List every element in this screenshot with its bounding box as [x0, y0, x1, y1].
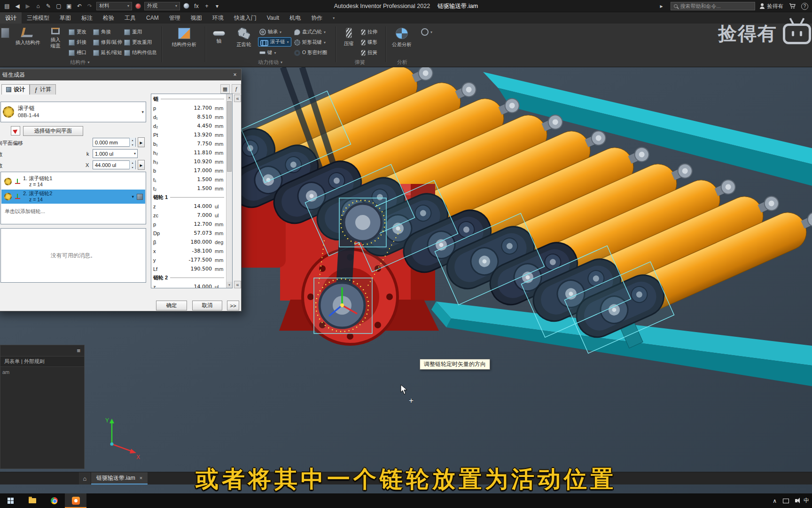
- home-icon[interactable]: ⌂: [33, 1, 43, 11]
- ime-indicator[interactable]: 中: [804, 497, 809, 505]
- collapse-panel-icon[interactable]: «: [234, 95, 241, 102]
- frame-reuse-button[interactable]: 重用: [124, 27, 142, 37]
- ribbon-clipped-button[interactable]: [0, 26, 10, 57]
- more-button[interactable]: >>: [227, 301, 239, 310]
- taskbar-file-explorer[interactable]: [22, 493, 43, 508]
- insert-endcap-button[interactable]: 插入 端盖: [44, 26, 67, 57]
- appearance-sphere-icon[interactable]: [183, 3, 189, 9]
- dialog-close-icon[interactable]: ×: [230, 71, 240, 79]
- document-tab[interactable]: 链驱输送带.iam ×: [91, 472, 148, 484]
- frame-lengthen-button[interactable]: 延长/缩短: [93, 48, 122, 57]
- sketch-icon[interactable]: ✎: [44, 1, 53, 11]
- forward-icon[interactable]: ▶: [23, 1, 32, 11]
- group-label-spring[interactable]: 弹簧: [336, 59, 384, 65]
- ribbon-tab-collaborate[interactable]: 协作: [306, 12, 328, 24]
- group-label-power[interactable]: 动力传动▾: [205, 59, 336, 65]
- ribbon-tab-sketch[interactable]: 草图: [55, 12, 76, 24]
- insert-frame-button[interactable]: 插入结构件: [13, 26, 42, 57]
- store-icon[interactable]: [788, 1, 797, 11]
- offset-flyout-button[interactable]: ▸: [138, 137, 145, 147]
- spline-button[interactable]: 矩形花键▾: [294, 38, 326, 47]
- select-plane-icon[interactable]: [11, 126, 20, 135]
- row-chevron-down-icon[interactable]: ▾: [132, 194, 134, 199]
- ribbon-tab-environments[interactable]: 环境: [207, 12, 229, 24]
- sprocket-upper[interactable]: [339, 198, 386, 247]
- frame-info-button[interactable]: 结构件信息: [124, 48, 157, 57]
- frame-analysis-button[interactable]: 结构件分析: [165, 26, 203, 57]
- k-select[interactable]: 1.000 ul ▾: [93, 149, 138, 158]
- material-select[interactable]: 材料 ▾: [96, 2, 132, 10]
- row-placement-icon[interactable]: [137, 194, 143, 200]
- add-sprocket-hint[interactable]: 单击以添加链轮...: [5, 208, 45, 215]
- frame-trim-extend-button[interactable]: 修剪/延伸: [93, 38, 122, 47]
- group-label-analysis[interactable]: 分析: [385, 59, 419, 65]
- plus-icon[interactable]: +: [202, 1, 211, 11]
- ribbon-tab-getstarted[interactable]: 快速入门: [229, 12, 262, 24]
- disc-cam-button[interactable]: 盘式凸轮▾: [294, 27, 326, 37]
- app-menu-icon[interactable]: ▤: [2, 1, 12, 11]
- extension-spring-button[interactable]: 拉伸: [361, 27, 377, 37]
- ribbon-extra-circle-button[interactable]: ▾: [421, 27, 432, 37]
- display-icon[interactable]: [783, 499, 789, 503]
- color-swatch-icon[interactable]: [135, 3, 141, 9]
- undo-icon[interactable]: ↶: [75, 1, 84, 11]
- frame-miter-button[interactable]: 斜接: [69, 38, 86, 47]
- shaft-button[interactable]: 轴: [209, 26, 229, 57]
- frame-notch-button[interactable]: 槽口: [69, 48, 86, 57]
- offset-input[interactable]: 0.000 mm ▴▾: [93, 138, 136, 147]
- ribbon-tab-3dmodel[interactable]: 三维模型: [22, 12, 55, 24]
- oring-button[interactable]: O 形密封圈: [294, 48, 327, 57]
- tab-close-icon[interactable]: ×: [140, 475, 142, 481]
- taskbar-active-app[interactable]: [65, 493, 86, 508]
- dialog-titlebar[interactable]: 链生成器: [0, 69, 241, 80]
- back-icon[interactable]: ◀: [13, 1, 22, 11]
- tolerance-analysis-button[interactable]: 公差分析: [388, 26, 415, 57]
- sprocket-row-1[interactable]: 1. 滚子链轮1 z = 14: [1, 175, 145, 189]
- ribbon-tab-vault[interactable]: Vault: [262, 12, 284, 24]
- dialog-tab-calc[interactable]: ƒ 计算: [30, 84, 56, 95]
- compression-spring-button[interactable]: 压缩: [338, 26, 359, 57]
- select-midplane-button[interactable]: 选择链中间平面: [23, 126, 83, 136]
- help-icon[interactable]: ?: [801, 3, 808, 10]
- ribbon-tab-manage[interactable]: 管理: [164, 12, 186, 24]
- save-icon[interactable]: ▣: [64, 1, 74, 11]
- qat-overflow-icon[interactable]: ▾: [212, 1, 222, 11]
- group-label-frame[interactable]: 结构件▾: [0, 59, 160, 65]
- key-button[interactable]: 键▾: [259, 48, 276, 57]
- dialog-table-toggle-icon[interactable]: ▦: [220, 84, 230, 94]
- ribbon-tab-design[interactable]: 设计: [0, 12, 22, 24]
- dialog-tab-design[interactable]: 设计: [1, 84, 30, 95]
- belleville-spring-button[interactable]: 碟形: [361, 38, 377, 47]
- ok-button[interactable]: 确定: [156, 301, 187, 310]
- appearance-select[interactable]: 外观 ▾: [144, 2, 180, 10]
- dialog-fx-toggle-icon[interactable]: ƒ: [232, 84, 241, 94]
- tray-expand-icon[interactable]: ∧: [773, 498, 777, 504]
- frame-change-button[interactable]: 更改: [69, 27, 86, 37]
- home-tab-icon[interactable]: ⌂: [79, 472, 91, 484]
- frame-corner-button[interactable]: 角接: [93, 27, 111, 37]
- help-search-input[interactable]: 搜索帮助和命令...: [671, 2, 755, 10]
- frame-change-reuse-button[interactable]: 更改重用: [124, 38, 152, 47]
- results-scrollbar[interactable]: ▴ ▾: [226, 94, 232, 288]
- links-input[interactable]: 44.000 ul ▴▾: [93, 160, 136, 169]
- panel-item[interactable]: am: [0, 367, 84, 377]
- redo-icon[interactable]: ↷: [85, 1, 94, 11]
- scrollbar-thumb[interactable]: [227, 101, 232, 172]
- links-flyout-button[interactable]: ▸: [138, 160, 145, 170]
- sprocket-row-2-selected[interactable]: 2. 滚子链轮2 z = 14 ▾: [1, 190, 145, 204]
- spur-gear-button[interactable]: 正齿轮: [231, 26, 257, 57]
- panel-menu-icon[interactable]: ≡: [77, 347, 80, 354]
- bearing-button[interactable]: 轴承▾: [259, 27, 281, 37]
- torsion-spring-button[interactable]: 扭簧: [361, 48, 377, 57]
- ribbon-tab-cam[interactable]: CAM: [141, 12, 164, 24]
- start-button[interactable]: [0, 493, 22, 508]
- ribbon-tab-view[interactable]: 视图: [186, 12, 207, 24]
- panel-header[interactable]: 局表单 | 外部规则: [0, 357, 84, 367]
- chain-type-select[interactable]: 滚子链 08B-1-44 ▾: [0, 102, 146, 122]
- ribbon-tab-electromech[interactable]: 机电: [284, 12, 306, 24]
- cancel-button[interactable]: 取消: [192, 301, 222, 310]
- panel-expand-icon[interactable]: ▸: [657, 1, 666, 11]
- collapse-panel-icon[interactable]: «: [234, 281, 241, 288]
- new-file-icon[interactable]: ▢: [54, 1, 63, 11]
- ribbon-tab-annotate[interactable]: 标注: [76, 12, 98, 24]
